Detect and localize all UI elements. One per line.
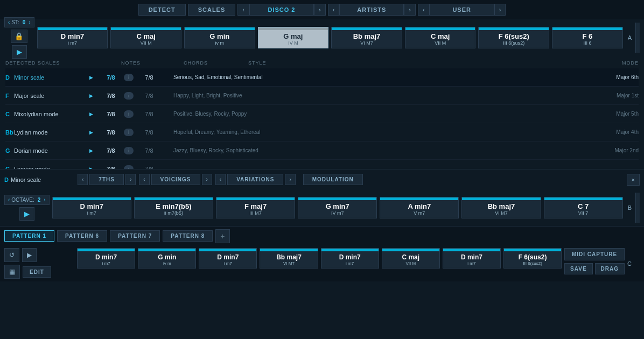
disco2-prev[interactable]: ‹ xyxy=(237,4,249,16)
scale-note-4: G xyxy=(5,147,14,154)
chord-card-a-6[interactable]: F 6(sus2) III 6(sus2) xyxy=(478,27,549,48)
scale-info-0[interactable]: i xyxy=(124,74,134,81)
octave-next[interactable]: › xyxy=(44,197,45,203)
selected-scale-note: D xyxy=(4,176,9,183)
artists-next[interactable]: › xyxy=(404,4,416,16)
bottom-chord-card-0[interactable]: D min7 i m7 xyxy=(77,248,135,269)
scale-note-1: F xyxy=(5,93,14,99)
sevenths-button[interactable]: 7THS xyxy=(89,174,124,185)
chord-card-a-1[interactable]: C maj VII M xyxy=(110,27,181,48)
chord-card-b-6[interactable]: C 7 VII 7 xyxy=(544,197,623,218)
scale-info-4[interactable]: i xyxy=(124,147,134,154)
scale-row-3[interactable]: Bb Lydian mode ▶ 7/8 i 7/8 Hopeful, Drea… xyxy=(5,123,639,142)
scale-style-4: Jazzy, Bluesy, Rocky, Sophisticated xyxy=(163,147,585,153)
pattern-btn-3[interactable]: PATTERN 8 xyxy=(163,230,213,242)
artists-button[interactable]: ARTISTS xyxy=(339,4,404,16)
artists-prev[interactable]: ‹ xyxy=(328,4,340,16)
user-next[interactable]: › xyxy=(494,4,506,16)
chord-card-a-5[interactable]: C maj VII M xyxy=(405,27,476,48)
pattern-bar: PATTERN 1PATTERN 6PATTERN 7PATTERN 8+ xyxy=(0,226,644,245)
scale-play-2[interactable]: ▶ xyxy=(89,111,100,117)
octave-prev[interactable]: ‹ xyxy=(8,197,10,203)
voicings-button[interactable]: VOICINGS xyxy=(151,174,200,185)
c-label: C xyxy=(627,260,632,267)
scale-play-4[interactable]: ▶ xyxy=(89,148,100,153)
mode-header: MODE xyxy=(622,60,639,66)
detect-button[interactable]: DETECT xyxy=(138,4,186,16)
st-prev[interactable]: ‹ xyxy=(8,19,10,25)
scale-info-5[interactable]: i xyxy=(124,165,134,170)
chord-card-b-5[interactable]: Bb maj7 VI M7 xyxy=(461,197,541,218)
save-drag-row: SAVE DRAG xyxy=(564,263,625,274)
drag-button[interactable]: DRAG xyxy=(595,263,625,274)
bottom-chord-card-7[interactable]: F 6(sus2) III 6(sus2) xyxy=(503,248,562,269)
disco2-button[interactable]: DISCO 2 xyxy=(249,4,314,16)
pattern-btn-2[interactable]: PATTERN 7 xyxy=(110,230,160,242)
chord-card-b-4[interactable]: A min7 V m7 xyxy=(380,197,459,218)
scale-chords-2: 7/8 xyxy=(136,111,163,117)
play-a-button[interactable]: ▶ xyxy=(12,45,27,59)
chord-card-a-3[interactable]: G maj IV M xyxy=(258,27,329,48)
bottom-chord-card-2[interactable]: D min7 i m7 xyxy=(199,248,257,269)
bottom-chord-card-1[interactable]: G min iv m xyxy=(138,248,196,269)
edit-button[interactable]: EDIT xyxy=(23,266,51,278)
chord-card-a-0[interactable]: D min7 i m7 xyxy=(37,27,108,48)
bottom-chord-cards: D min7 i m7 G min iv m D min7 i m7 Bb ma… xyxy=(77,248,562,269)
scale-row-2[interactable]: C Mixolydian mode ▶ 7/8 i 7/8 Positive, … xyxy=(5,105,639,123)
voicings-group: ‹ VOICINGS › xyxy=(139,174,212,185)
scale-row-0[interactable]: D Minor scale ▶ 7/8 i 7/8 Serious, Sad, … xyxy=(5,68,639,87)
chord-card-b-2[interactable]: F maj7 III M7 xyxy=(216,197,295,218)
variations-button[interactable]: VARIATIONS xyxy=(227,174,283,185)
sevenths-prev[interactable]: ‹ xyxy=(78,174,88,185)
scale-info-3[interactable]: i xyxy=(124,129,134,136)
chord-card-b-0[interactable]: D min7 i m7 xyxy=(52,197,131,218)
pattern-btn-1[interactable]: PATTERN 6 xyxy=(57,230,107,242)
chord-card-b-1[interactable]: E min7(b5) ii m7(b5) xyxy=(134,197,213,218)
chord-card-a-2[interactable]: G min iv m xyxy=(184,27,255,48)
chord-card-a-4[interactable]: Bb maj7 VI M7 xyxy=(331,27,402,48)
loop-button[interactable]: ↺ xyxy=(4,248,19,262)
lock-button[interactable]: 🔒 xyxy=(11,30,27,43)
chord-strip-a: ‹ ST: 0 › 🔒 ▶ D min7 i m7 C maj VII M G … xyxy=(0,19,644,56)
scale-play-3[interactable]: ▶ xyxy=(89,130,100,135)
st-next[interactable]: › xyxy=(29,19,30,25)
disco2-group: ‹ DISCO 2 › xyxy=(237,4,325,16)
scale-row-1[interactable]: F Major scale ▶ 7/8 i 7/8 Happy, Light, … xyxy=(5,87,639,105)
scale-info-1[interactable]: i xyxy=(124,92,134,100)
disco2-next[interactable]: › xyxy=(314,4,326,16)
play-b-button[interactable]: ▶ xyxy=(19,207,34,221)
voicings-prev[interactable]: ‹ xyxy=(139,174,149,185)
bottom-chord-card-4[interactable]: D min7 i m7 xyxy=(321,248,379,269)
variations-next[interactable]: › xyxy=(285,174,295,185)
variations-prev[interactable]: ‹ xyxy=(215,174,226,185)
pattern-btn-0[interactable]: PATTERN 1 xyxy=(4,230,54,242)
modulation-button[interactable]: MODULATION xyxy=(303,174,363,185)
bottom-chord-card-5[interactable]: C maj VII M xyxy=(382,248,440,269)
st-value: 0 xyxy=(23,19,26,25)
grid-button[interactable]: ▦ xyxy=(4,265,20,279)
scales-button[interactable]: SCALES xyxy=(188,4,236,16)
bottom-chord-card-3[interactable]: Bb maj7 VI M7 xyxy=(260,248,318,269)
top-nav: DETECT SCALES ‹ DISCO 2 › ‹ ARTISTS › ‹ … xyxy=(0,0,644,19)
close-button[interactable]: × xyxy=(627,174,640,186)
scale-play-1[interactable]: ▶ xyxy=(89,93,100,98)
scale-play-5[interactable]: ▶ xyxy=(89,166,100,170)
voicings-next[interactable]: › xyxy=(202,174,212,185)
midi-capture-button[interactable]: MIDI CAPTURE xyxy=(564,248,625,260)
user-button[interactable]: USER xyxy=(430,4,494,16)
scale-name-5: Locrian mode xyxy=(14,166,89,170)
play-bottom-button[interactable]: ▶ xyxy=(22,248,37,262)
save-button[interactable]: SAVE xyxy=(564,263,593,274)
scale-row-5[interactable]: C Locrian mode ▶ 7/8 i 7/8 xyxy=(5,160,639,169)
chord-strip-b: ‹ OCTAVE: 2 › ▶ D min7 i m7 E min7(b5) i… xyxy=(0,189,644,226)
bottom-chord-card-6[interactable]: D min7 i m7 xyxy=(443,248,501,269)
scale-style-3: Hopeful, Dreamy, Yearning, Ethereal xyxy=(163,129,585,135)
chord-card-a-7[interactable]: F 6 III 6 xyxy=(552,27,623,48)
user-prev[interactable]: ‹ xyxy=(418,4,430,16)
scale-play-0[interactable]: ▶ xyxy=(89,75,100,80)
sevenths-next[interactable]: › xyxy=(125,174,136,185)
chord-card-b-3[interactable]: G min7 IV m7 xyxy=(298,197,377,218)
add-pattern-button[interactable]: + xyxy=(215,229,229,243)
scale-row-4[interactable]: G Dorian mode ▶ 7/8 i 7/8 Jazzy, Bluesy,… xyxy=(5,142,639,160)
scale-info-2[interactable]: i xyxy=(124,110,134,118)
